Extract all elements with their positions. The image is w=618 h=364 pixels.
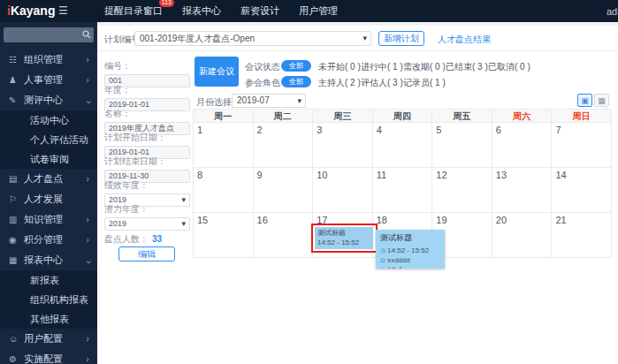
status-filter-finished[interactable]: 已结束( 3 ) (446, 61, 488, 73)
sidebar-group-assessment: 活动中心 个人评估活动 试卷审阅 (0, 110, 97, 169)
meeting-popover-day18[interactable]: 测试标题 ◷14:52 - 15:52 ⊙xxdddd ♙17 人 (376, 230, 445, 269)
knowledge-icon: ▥ (9, 209, 21, 230)
sidebar-item-implementation-config[interactable]: ⚙ 实施配置 › (0, 349, 97, 364)
popover-title: 测试标题 (380, 232, 440, 244)
sidebar-item-report-center[interactable]: ▦ 报表中心 › (0, 250, 97, 270)
menu-toggle-icon[interactable]: ☰ (58, 4, 68, 17)
weekday-tue: 周二 (254, 110, 314, 123)
gear-icon: ⚙ (9, 349, 21, 364)
notification-badge: 113 (159, 0, 174, 7)
day-cell[interactable]: 21 (552, 213, 612, 258)
new-meeting-button[interactable]: 新建会议 (195, 57, 239, 87)
sidebar-item-points-mgmt[interactable]: ◉ 积分管理 › (0, 230, 97, 250)
day-cell[interactable]: 8 (194, 168, 254, 213)
calendar-view-icon[interactable]: ▣ (577, 94, 592, 107)
sidebar-item-knowledge-mgmt[interactable]: ▥ 知识管理 › (0, 209, 97, 230)
edit-button[interactable]: 编辑 (118, 246, 175, 262)
search-input[interactable] (4, 28, 80, 42)
popover-location-row: ⊙xxdddd (380, 255, 440, 265)
chevron-down-icon: › (80, 261, 100, 264)
event-time: 14:52 - 15:52 (317, 239, 370, 248)
sidebar-subitem-other-report[interactable]: 其他报表 (0, 309, 97, 329)
chevron-right-icon: › (86, 169, 89, 189)
chevron-right-icon: › (86, 230, 89, 250)
topbar: iKayang ☰ 提醒目录窗口113 报表中心 薪资设计 用户管理 adm (0, 0, 618, 22)
sidebar-item-talent-development[interactable]: ⚐ 人才发展 (0, 189, 97, 209)
weekday-thu: 周四 (373, 110, 433, 123)
topnav-item-reports[interactable]: 报表中心 (182, 4, 221, 18)
day-cell[interactable]: 20 (492, 213, 553, 258)
plan-toolbar: 计划编号： 001-2019年度人才盘点-Open 新增计划 人才盘点结果 (97, 26, 618, 51)
sidebar-item-user-config[interactable]: ☺ 用户配置 › (0, 329, 97, 349)
month-select[interactable]: 2019-07 (232, 94, 306, 108)
day-cell[interactable]: 16 (254, 213, 314, 258)
day-cell[interactable]: 11 (373, 168, 433, 213)
calendar-week-2: 8 9 10 11 12 13 14 (194, 168, 612, 213)
role-filter-recorder[interactable]: 记录员( 1 ) (403, 77, 446, 89)
sidebar-item-label: 用户配置 (24, 333, 63, 344)
day-cell[interactable]: 2 (254, 123, 314, 168)
day-cell[interactable]: 9 (254, 168, 314, 213)
day-cell[interactable]: 4 (373, 123, 433, 168)
day-cell[interactable]: 3 (313, 123, 373, 168)
status-filter-cancelled[interactable]: 已取消( 0 ) (488, 61, 530, 73)
current-user[interactable]: adm (607, 6, 618, 17)
sidebar-subitem-org-report[interactable]: 组织机构报表 (0, 290, 97, 309)
talent-review-icon: ▤ (9, 169, 21, 189)
sidebar-item-label: 人事管理 (24, 74, 63, 85)
calendar-week-1: 1 2 3 4 5 6 7 (194, 123, 612, 168)
day-cell[interactable]: 12 (432, 168, 492, 213)
sidebar-item-label: 报表中心 (24, 254, 63, 265)
day-cell[interactable]: 10 (313, 168, 373, 213)
sidebar-item-label: 人才盘点 (24, 173, 63, 184)
day-cell[interactable]: 14 (552, 168, 612, 213)
status-filter-not-started[interactable]: 未开始( 0 ) (318, 61, 361, 73)
sidebar-item-hr-mgmt[interactable]: ♟ 人事管理 › (0, 70, 97, 90)
topnav-item-payroll[interactable]: 薪资设计 (240, 4, 279, 18)
org-icon: ☷ (9, 49, 21, 70)
talent-review-result-link[interactable]: 人才盘点结果 (438, 34, 491, 46)
popover-time-row: ◷14:52 - 15:52 (380, 246, 440, 255)
topnav-item-reminders[interactable]: 提醒目录窗口113 (104, 4, 163, 18)
sidebar-subitem-exam-review[interactable]: 试卷审阅 (0, 149, 97, 169)
location-pin-icon: ⊙ (380, 257, 385, 263)
event-title: 测试标题 (317, 229, 370, 239)
chevron-down-icon: › (80, 101, 100, 104)
status-all-pill[interactable]: 全部 (281, 60, 311, 72)
assessment-icon: ✎ (9, 90, 21, 110)
chevron-right-icon: › (86, 329, 89, 349)
status-filter-in-progress[interactable]: 进行中( 1 ) (361, 61, 403, 73)
sidebar-item-org-mgmt[interactable]: ☷ 组织管理 › (0, 49, 97, 70)
chevron-right-icon: › (86, 349, 89, 364)
logo-text: Kayang (11, 4, 56, 18)
popover-attendees-row: ♙17 人 (380, 265, 440, 269)
potential-year-select[interactable]: 2019 (104, 217, 190, 231)
day-cell[interactable]: 5 (432, 123, 492, 168)
role-filter-host[interactable]: 主持人( 2 ) (318, 77, 361, 89)
person-icon: ♟ (9, 70, 21, 90)
role-all-pill[interactable]: 全部 (281, 76, 311, 87)
search-icon[interactable] (80, 30, 94, 41)
new-plan-button[interactable]: 新增计划 (378, 31, 424, 46)
sidebar-subitem-activity-center[interactable]: 活动中心 (0, 110, 97, 130)
day-cell[interactable]: 6 (492, 123, 553, 168)
role-filter-assessor[interactable]: 评估人( 3 ) (361, 77, 403, 89)
day-cell[interactable]: 1 (194, 123, 254, 168)
review-count-value: 33 (152, 234, 162, 244)
review-count: 盘点人数：33 (104, 233, 162, 246)
sidebar-item-assessment-center[interactable]: ✎ 测评中心 › (0, 90, 97, 110)
table-view-icon[interactable]: ▦ (594, 94, 609, 107)
plan-select[interactable]: 001-2019年度人才盘点-Open (134, 31, 371, 46)
sidebar-subitem-new-report[interactable]: 新报表 (0, 270, 97, 290)
day-cell[interactable]: 15 (194, 213, 254, 258)
topnav-item-users[interactable]: 用户管理 (299, 4, 338, 18)
status-filter-reschedule[interactable]: 需改期( 0 ) (403, 61, 446, 73)
day-cell[interactable]: 7 (552, 123, 612, 168)
weekday-wed: 周三 (313, 110, 373, 123)
weekday-mon: 周一 (194, 110, 254, 123)
meeting-event-day17[interactable]: 测试标题 14:52 - 15:52 (315, 227, 373, 249)
sidebar-subitem-personal-evaluation[interactable]: 个人评估活动 (0, 130, 97, 149)
chevron-right-icon: › (86, 49, 89, 70)
day-cell[interactable]: 13 (492, 168, 553, 213)
sidebar-item-talent-review[interactable]: ▤ 人才盘点 › (0, 169, 97, 189)
